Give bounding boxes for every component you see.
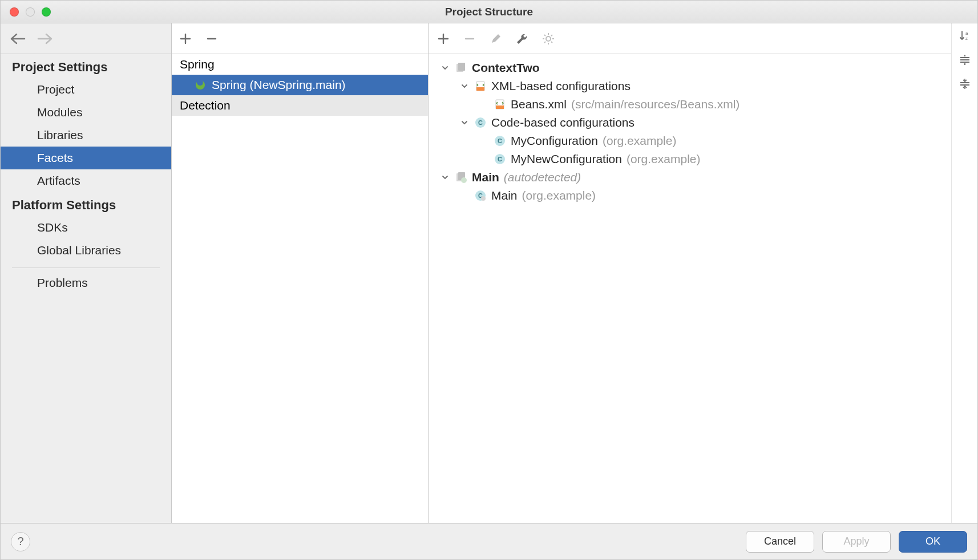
tree-row[interactable]: Main (autodetected) <box>429 168 951 186</box>
svg-rect-2 <box>458 63 465 71</box>
tree-suffix: (src/main/resources/Beans.xml) <box>571 98 739 111</box>
tree-suffix: (org.example) <box>522 189 596 202</box>
chevron-down-icon[interactable] <box>459 119 470 126</box>
chevron-down-icon[interactable] <box>459 83 470 90</box>
project-structure-window: Project Structure Project Settings Proje… <box>0 0 978 560</box>
config-side-toolbar: az <box>951 23 977 523</box>
apply-button[interactable]: Apply <box>822 531 891 553</box>
tree-label: MyConfiguration <box>511 134 598 148</box>
tree-row[interactable]: C Code-based configurations <box>429 113 951 132</box>
edit-config-button[interactable] <box>488 31 504 47</box>
svg-text:C: C <box>498 156 502 163</box>
sidebar-item-facets[interactable]: Facets <box>1 147 171 169</box>
tree-row[interactable]: C MyNewConfiguration (org.example) <box>429 150 951 168</box>
facet-row-spring-newspring-main-[interactable]: Spring (NewSpring.main) <box>172 75 428 95</box>
sidebar-item-modules[interactable]: Modules <box>1 101 171 124</box>
nav-forward-icon[interactable] <box>37 33 53 44</box>
tree-label: ContextTwo <box>472 61 540 75</box>
tree-label: XML-based configurations <box>491 79 631 93</box>
facets-panel: SpringSpring (NewSpring.main)Detection <box>172 23 429 523</box>
close-window-button[interactable] <box>10 7 19 17</box>
svg-point-15 <box>461 177 467 183</box>
sidebar-item-global-libraries[interactable]: Global Libraries <box>1 239 171 262</box>
svg-point-18 <box>481 196 486 201</box>
svg-text:z: z <box>965 36 968 41</box>
tree-label: Code-based configurations <box>491 116 635 129</box>
svg-rect-6 <box>496 105 504 109</box>
dialog-footer: ? Cancel Apply OK <box>1 523 977 559</box>
svg-text:C: C <box>498 137 502 144</box>
context-icon <box>455 62 467 74</box>
sidebar-item-project[interactable]: Project <box>1 78 171 101</box>
class-icon: C <box>494 153 506 165</box>
collapse-all-icon[interactable] <box>957 76 973 92</box>
xml-icon <box>474 80 487 92</box>
tree-row[interactable]: Beans.xml (src/main/resources/Beans.xml) <box>429 95 951 113</box>
svg-point-0 <box>546 36 551 41</box>
titlebar: Project Structure <box>1 1 977 23</box>
expand-all-icon[interactable] <box>957 52 973 68</box>
help-button[interactable]: ? <box>11 532 30 551</box>
svg-rect-4 <box>476 87 484 91</box>
facet-row-label: Detection <box>180 99 231 112</box>
svg-text:C: C <box>478 119 483 126</box>
maximize-window-button[interactable] <box>42 7 51 17</box>
ok-button[interactable]: OK <box>899 531 967 553</box>
sidebar-item-artifacts[interactable]: Artifacts <box>1 169 171 192</box>
window-controls <box>1 7 51 17</box>
tree-row[interactable]: ContextTwo <box>429 59 951 77</box>
gear-config-button[interactable] <box>540 31 556 47</box>
chevron-down-icon[interactable] <box>440 174 450 181</box>
tree-row[interactable]: C Main (org.example) <box>429 186 951 205</box>
facet-row-label: Spring <box>180 58 215 71</box>
config-toolbar <box>429 23 951 54</box>
chevron-down-icon[interactable] <box>440 64 450 71</box>
sidebar-separator <box>12 267 160 268</box>
sidebar: Project Settings ProjectModulesLibraries… <box>1 23 172 523</box>
facet-row-label: Spring (NewSpring.main) <box>212 78 346 92</box>
class2-icon: C <box>474 189 487 202</box>
facet-row-detection[interactable]: Detection <box>172 95 428 116</box>
section-platform-settings: Platform Settings <box>1 192 171 216</box>
sidebar-item-sdks[interactable]: SDKs <box>1 216 171 239</box>
tree-label: Main <box>472 171 499 184</box>
minimize-window-button[interactable] <box>26 7 35 17</box>
sidebar-item-problems[interactable]: Problems <box>1 271 171 294</box>
context2-icon <box>455 171 467 184</box>
tree-suffix: (org.example) <box>603 134 677 148</box>
facets-toolbar <box>172 23 428 54</box>
sort-alpha-icon[interactable]: az <box>957 28 973 44</box>
tree-label: MyNewConfiguration <box>511 152 622 166</box>
spring-icon <box>195 79 206 91</box>
add-config-button[interactable] <box>435 31 451 47</box>
sidebar-item-libraries[interactable]: Libraries <box>1 124 171 147</box>
xml-icon <box>494 98 506 111</box>
remove-facet-button[interactable] <box>204 31 220 47</box>
tree-suffix: (org.example) <box>627 152 701 166</box>
tree-label: Beans.xml <box>511 98 567 111</box>
class-icon: C <box>494 135 506 147</box>
remove-config-button[interactable] <box>462 31 478 47</box>
nav-back-icon[interactable] <box>10 33 26 44</box>
svg-text:a: a <box>965 31 968 36</box>
wrench-config-button[interactable] <box>514 31 530 47</box>
window-title: Project Structure <box>1 6 977 18</box>
class-icon: C <box>474 116 487 129</box>
tree-suffix: (autodetected) <box>504 171 581 184</box>
tree-row[interactable]: XML-based configurations <box>429 77 951 95</box>
config-panel: ContextTwo XML-based configurations Bean… <box>429 23 977 523</box>
cancel-button[interactable]: Cancel <box>746 531 814 553</box>
facet-row-spring[interactable]: Spring <box>172 54 428 75</box>
add-facet-button[interactable] <box>177 31 193 47</box>
section-project-settings: Project Settings <box>1 54 171 78</box>
tree-row[interactable]: C MyConfiguration (org.example) <box>429 132 951 150</box>
tree-label: Main <box>491 189 518 202</box>
